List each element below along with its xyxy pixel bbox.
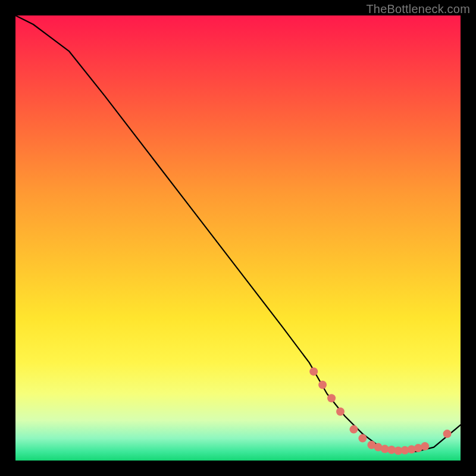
data-marker	[350, 425, 358, 434]
data-marker	[318, 381, 327, 389]
data-marker	[421, 442, 429, 450]
data-marker	[443, 430, 452, 438]
watermark-text: TheBottleneck.com	[366, 2, 470, 16]
bottleneck-curve	[15, 15, 461, 452]
data-marker	[309, 367, 318, 375]
data-marker	[327, 394, 336, 402]
curve-markers	[309, 367, 451, 455]
plot-area	[15, 15, 461, 461]
data-marker	[358, 434, 367, 443]
curve-svg	[15, 15, 461, 461]
chart-stage: TheBottleneck.com	[0, 0, 476, 476]
data-marker	[336, 408, 345, 416]
